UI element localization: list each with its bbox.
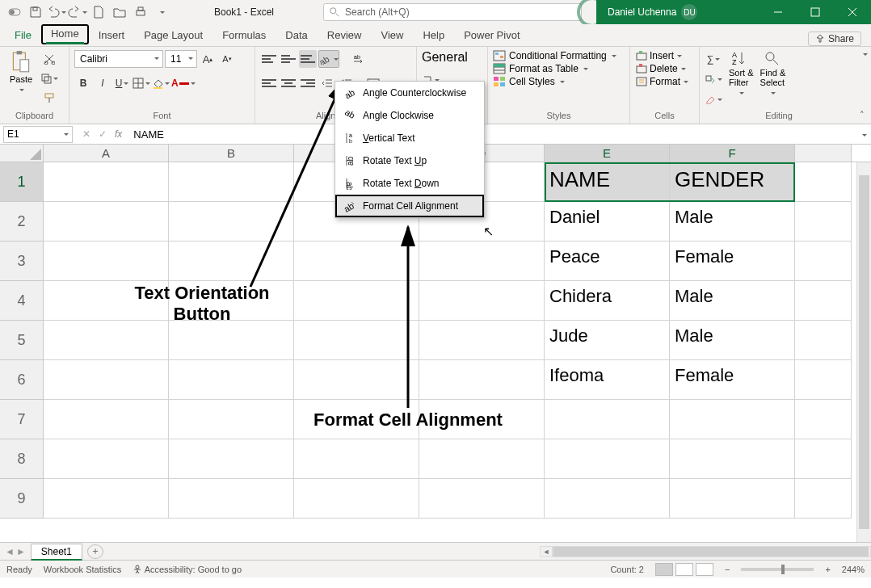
number-format-combo[interactable]: General bbox=[422, 50, 485, 65]
tab-view[interactable]: View bbox=[371, 26, 413, 46]
cell-F4[interactable]: Male bbox=[670, 281, 795, 321]
tab-file[interactable]: File bbox=[5, 26, 41, 46]
zoom-in-button[interactable]: + bbox=[825, 565, 830, 574]
enter-formula-icon[interactable]: ✓ bbox=[99, 128, 107, 140]
borders-button[interactable] bbox=[133, 74, 150, 92]
formula-input[interactable] bbox=[130, 128, 856, 141]
align-right-button[interactable] bbox=[299, 74, 317, 92]
tab-home[interactable]: Home bbox=[41, 24, 89, 44]
row-1-header[interactable]: 1 bbox=[0, 162, 44, 202]
find-select-button[interactable]: Find &Select bbox=[760, 50, 786, 97]
cell-F5[interactable]: Male bbox=[670, 321, 795, 360]
close-button[interactable] bbox=[834, 0, 871, 24]
bold-button[interactable]: B bbox=[74, 74, 92, 92]
insert-cells-button[interactable]: Insert bbox=[635, 50, 688, 61]
cut-button[interactable] bbox=[40, 50, 58, 68]
align-bottom-button[interactable] bbox=[299, 50, 317, 68]
cell-E1[interactable]: NAME bbox=[545, 162, 670, 202]
autosum-button[interactable]: ∑ bbox=[705, 50, 722, 68]
avatar[interactable]: DU bbox=[681, 4, 697, 20]
print-icon[interactable] bbox=[131, 2, 150, 22]
vscroll-thumb[interactable] bbox=[859, 175, 869, 529]
cell-E3[interactable]: Peace bbox=[545, 242, 670, 281]
page-break-view-button[interactable] bbox=[696, 563, 713, 576]
select-all-corner[interactable] bbox=[0, 145, 44, 162]
format-cells-button[interactable]: Format bbox=[635, 76, 688, 87]
col-G[interactable] bbox=[795, 145, 852, 162]
tab-help[interactable]: Help bbox=[413, 26, 454, 46]
cell-E6[interactable]: Ifeoma bbox=[545, 360, 670, 400]
wrap-text-button[interactable]: ab bbox=[351, 50, 368, 68]
name-box[interactable]: E1 bbox=[3, 126, 73, 143]
sheet-tab-1[interactable]: Sheet1 bbox=[31, 544, 82, 561]
save-icon[interactable] bbox=[26, 2, 45, 22]
cell-E2[interactable]: Daniel bbox=[545, 202, 670, 242]
font-color-button[interactable]: A bbox=[171, 74, 196, 92]
redo-button[interactable] bbox=[68, 2, 87, 22]
orient-up[interactable]: abRotate Text Up bbox=[335, 149, 484, 172]
cell-F1[interactable]: GENDER bbox=[670, 162, 795, 202]
row-2-header[interactable]: 2 bbox=[0, 202, 44, 242]
add-sheet-button[interactable]: ＋ bbox=[87, 544, 103, 559]
paste-button[interactable]: Paste bbox=[5, 50, 37, 94]
tab-power-pivot[interactable]: Power Pivot bbox=[454, 26, 529, 46]
cell-styles-button[interactable]: Cell Styles bbox=[493, 76, 616, 87]
hscroll-left[interactable]: ◄ bbox=[540, 546, 553, 557]
expand-formula-bar[interactable] bbox=[856, 128, 871, 140]
underline-button[interactable]: U bbox=[113, 74, 131, 92]
fill-button[interactable] bbox=[705, 70, 722, 88]
paste-dropdown[interactable] bbox=[18, 84, 24, 94]
tab-page-layout[interactable]: Page Layout bbox=[134, 26, 212, 46]
decrease-font-button[interactable]: A▾ bbox=[218, 50, 236, 68]
col-B[interactable]: B bbox=[169, 145, 294, 162]
tab-data[interactable]: Data bbox=[276, 26, 317, 46]
orient-vertical[interactable]: abVertical Text bbox=[335, 127, 484, 149]
row-5-header[interactable]: 5 bbox=[0, 321, 44, 360]
italic-button[interactable]: I bbox=[94, 74, 112, 92]
sort-filter-button[interactable]: AZ Sort &Filter bbox=[729, 50, 754, 97]
font-size-combo[interactable]: 11 bbox=[165, 50, 197, 68]
status-accessibility[interactable]: Accessibility: Good to go bbox=[133, 565, 242, 574]
cell-E5[interactable]: Jude bbox=[545, 321, 670, 360]
normal-view-button[interactable] bbox=[655, 563, 673, 576]
col-A[interactable]: A bbox=[44, 145, 169, 162]
conditional-formatting-button[interactable]: Conditional Formatting bbox=[493, 50, 616, 61]
row-4-header[interactable]: 4 bbox=[0, 281, 44, 321]
page-layout-view-button[interactable] bbox=[675, 563, 693, 576]
cell-E4[interactable]: Chidera bbox=[545, 281, 670, 321]
worksheet-grid[interactable]: 1 NAME GENDER 2 Daniel Male 3 Peace Fema… bbox=[0, 162, 871, 542]
tab-review[interactable]: Review bbox=[318, 26, 372, 46]
align-center-button[interactable] bbox=[280, 74, 297, 92]
decrease-indent-button[interactable] bbox=[318, 74, 336, 92]
align-top-button[interactable] bbox=[260, 50, 278, 68]
row-3-header[interactable]: 3 bbox=[0, 242, 44, 281]
horizontal-scrollbar[interactable]: ◄ ► bbox=[540, 545, 871, 558]
maximize-button[interactable] bbox=[797, 0, 834, 24]
cell-A1[interactable] bbox=[44, 162, 169, 202]
collapse-ribbon-button[interactable]: ˄ bbox=[860, 110, 865, 120]
search-box[interactable]: Search (Alt+Q) bbox=[323, 3, 582, 21]
autosave-toggle[interactable] bbox=[5, 2, 24, 22]
row-6-header[interactable]: 6 bbox=[0, 360, 44, 400]
align-middle-button[interactable] bbox=[280, 50, 297, 68]
vertical-scrollbar[interactable] bbox=[856, 162, 871, 542]
status-workbook-stats[interactable]: Workbook Statistics bbox=[44, 565, 121, 574]
cell-G1[interactable] bbox=[795, 162, 852, 202]
orient-cw[interactable]: abAngle Clockwise bbox=[335, 104, 484, 127]
orientation-button[interactable]: ab bbox=[318, 50, 339, 68]
cancel-formula-icon[interactable]: ✕ bbox=[82, 128, 90, 140]
row-8-header[interactable]: 8 bbox=[0, 439, 44, 479]
col-F[interactable]: F bbox=[670, 145, 795, 162]
zoom-slider[interactable] bbox=[741, 568, 814, 571]
align-left-button[interactable] bbox=[260, 74, 278, 92]
fill-color-button[interactable] bbox=[152, 74, 170, 92]
zoom-out-button[interactable]: − bbox=[725, 565, 730, 574]
clear-button[interactable] bbox=[705, 90, 722, 108]
tab-formulas[interactable]: Formulas bbox=[212, 26, 276, 46]
zoom-percent[interactable]: 244% bbox=[842, 565, 865, 574]
open-file-icon[interactable] bbox=[110, 2, 129, 22]
cell-B1[interactable] bbox=[169, 162, 294, 202]
sheet-nav-prev[interactable]: ◄ bbox=[5, 546, 15, 557]
share-button[interactable]: Share bbox=[808, 32, 861, 46]
hscroll-thumb[interactable] bbox=[553, 547, 869, 556]
